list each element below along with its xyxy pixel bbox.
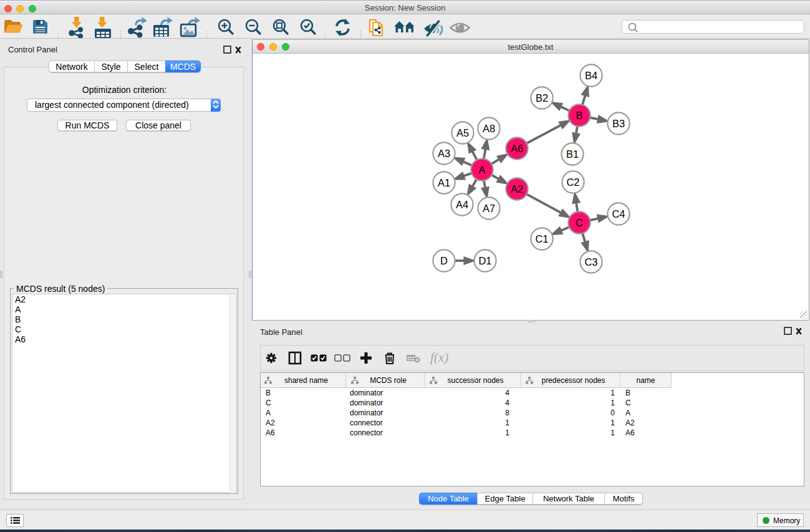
- svg-text:B3: B3: [612, 118, 625, 129]
- svg-text:A: A: [478, 164, 485, 175]
- svg-text:C1: C1: [535, 233, 548, 244]
- svg-text:A5: A5: [456, 127, 469, 138]
- svg-text:B: B: [576, 110, 582, 121]
- svg-text:A4: A4: [456, 199, 468, 210]
- svg-text:A6: A6: [511, 143, 523, 154]
- svg-text:A7: A7: [483, 203, 495, 214]
- svg-text:B2: B2: [536, 92, 548, 104]
- svg-text:D: D: [440, 255, 448, 266]
- svg-text:A8: A8: [483, 123, 495, 134]
- svg-text:C3: C3: [584, 256, 597, 268]
- svg-text:D1: D1: [478, 255, 491, 266]
- svg-text:C4: C4: [612, 208, 625, 220]
- svg-text:A3: A3: [438, 148, 450, 159]
- svg-text:C: C: [576, 217, 583, 228]
- svg-text:B1: B1: [566, 148, 579, 160]
- svg-text:C2: C2: [566, 177, 579, 188]
- svg-text:A2: A2: [511, 183, 523, 195]
- svg-text:B4: B4: [585, 70, 597, 81]
- svg-text:A1: A1: [438, 177, 450, 188]
